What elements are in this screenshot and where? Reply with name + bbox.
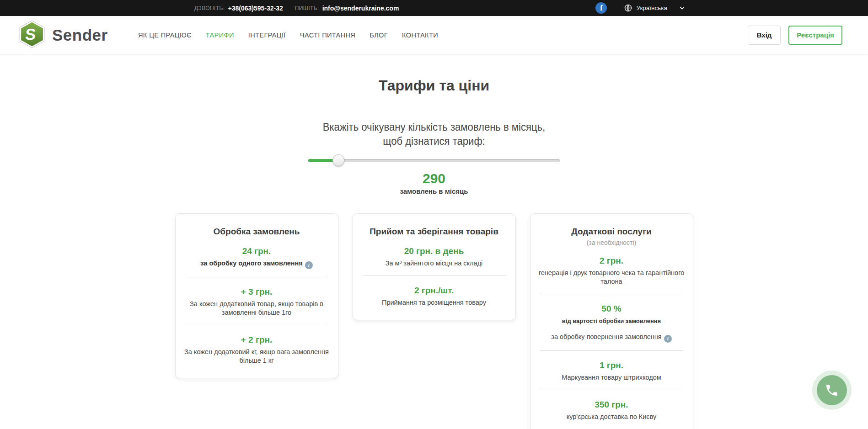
logo[interactable]: S Sender <box>18 20 108 50</box>
card-order-processing: Обробка замовлень 24 грн. за обробку одн… <box>175 213 338 378</box>
card-additional-services: Додаткові послуги (за необхідності) 2 гр… <box>530 213 693 429</box>
header-buttons: Вхід Реєстрація <box>748 26 842 45</box>
price: 24 грн. <box>184 246 330 256</box>
sender-logo-icon: S <box>18 20 46 50</box>
slider-track[interactable] <box>308 159 560 162</box>
phone-icon <box>817 375 847 405</box>
svg-text:S: S <box>24 26 37 43</box>
orders-value-label: замовлень в місяць <box>0 187 868 195</box>
price: 350 грн. <box>539 400 685 410</box>
nav-item-blog[interactable]: БЛОГ <box>370 32 388 39</box>
price: + 3 грн. <box>184 287 330 297</box>
divider <box>540 390 683 390</box>
page-title: Тарифи та ціни <box>0 77 868 94</box>
topbar-contacts: ДЗВОНІТЬ: +38(063)595-32-32 ПИШІТЬ: info… <box>194 0 399 16</box>
price-description: за обробку одного замовлення <box>184 259 330 269</box>
call-label: ДЗВОНІТЬ: <box>194 5 225 11</box>
price-description: За м³ зайнятого місця на складі <box>361 259 507 268</box>
write-label: ПИШІТЬ: <box>295 5 319 11</box>
divider <box>540 350 683 351</box>
nav-item-integrations[interactable]: ІНТЕГРАЦІЇ <box>248 32 286 39</box>
info-icon[interactable] <box>664 335 672 343</box>
price-description: За кожен додатковий товар, якщо товарів … <box>184 300 330 317</box>
price: 1 грн. <box>539 360 685 371</box>
info-icon[interactable] <box>305 261 313 269</box>
price: + 2 грн. <box>184 335 330 345</box>
card-receiving-storage: Прийом та зберігання товарів 20 грн. в д… <box>353 213 516 320</box>
chevron-down-icon[interactable] <box>679 5 685 11</box>
price-description: за обробку повернення замовлення <box>539 333 685 343</box>
card-title: Обробка замовлень <box>184 227 330 237</box>
price-description: За кожен додатковий кг, якщо вага замовл… <box>184 348 330 365</box>
call-widget-button[interactable] <box>812 371 852 410</box>
pricing-cards: Обробка замовлень 24 грн. за обробку одн… <box>0 213 868 429</box>
price: 2 грн./шт. <box>361 286 507 296</box>
price: 50 % <box>539 304 685 314</box>
nav-item-tariffs[interactable]: ТАРИФИ <box>206 32 234 39</box>
price-description: Приймання та розміщення товару <box>361 298 507 307</box>
phone-number[interactable]: +38(063)595-32-32 <box>228 5 283 12</box>
divider <box>185 325 328 325</box>
slider-prompt-line1: Вкажіть очікувану кількість замовлень в … <box>35 120 833 134</box>
header: S Sender ЯК ЦЕ ПРАЦЮЄ ТАРИФИ ІНТЕГРАЦІЇ … <box>0 16 868 54</box>
price-description: кур'єрська доставка по Києву <box>539 413 685 421</box>
card-title: Прийом та зберігання товарів <box>361 227 507 237</box>
brand-name: Sender <box>52 26 108 44</box>
slider-handle[interactable] <box>332 154 344 166</box>
card-title: Додаткові послуги <box>539 227 685 237</box>
nav-item-contacts[interactable]: КОНТАКТИ <box>402 32 438 39</box>
divider <box>363 275 506 276</box>
price-description-bold: від вартості обробки замовлення <box>539 318 685 324</box>
topbar: ДЗВОНІТЬ: +38(063)595-32-32 ПИШІТЬ: info… <box>0 0 868 16</box>
slider-prompt-line2: щоб дізнатися тариф: <box>35 134 833 148</box>
email-link[interactable]: info@senderukraine.com <box>322 5 399 12</box>
topbar-right: Українська <box>595 0 685 16</box>
price: 2 грн. <box>539 256 685 266</box>
divider <box>185 277 328 277</box>
nav-item-how-it-works[interactable]: ЯК ЦЕ ПРАЦЮЄ <box>138 32 192 39</box>
nav-item-faq[interactable]: ЧАСТІ ПИТАННЯ <box>300 32 355 39</box>
divider <box>540 294 683 294</box>
price-description: генерація і друк товарного чека та гаран… <box>539 269 685 286</box>
facebook-icon[interactable] <box>595 2 607 14</box>
orders-slider <box>308 154 560 166</box>
price: 20 грн. в день <box>361 246 507 256</box>
main-nav: ЯК ЦЕ ПРАЦЮЄ ТАРИФИ ІНТЕГРАЦІЇ ЧАСТІ ПИТ… <box>138 32 438 39</box>
card-subtitle: (за необхідності) <box>539 239 685 246</box>
orders-value: 290 <box>0 171 868 186</box>
register-button[interactable]: Реєстрація <box>788 26 842 45</box>
language-selector[interactable]: Українська <box>636 5 667 11</box>
globe-icon <box>624 4 632 12</box>
price-description: Маркування товару штрихкодом <box>539 373 685 382</box>
login-button[interactable]: Вхід <box>748 26 781 45</box>
slider-prompt: Вкажіть очікувану кількість замовлень в … <box>35 120 833 148</box>
